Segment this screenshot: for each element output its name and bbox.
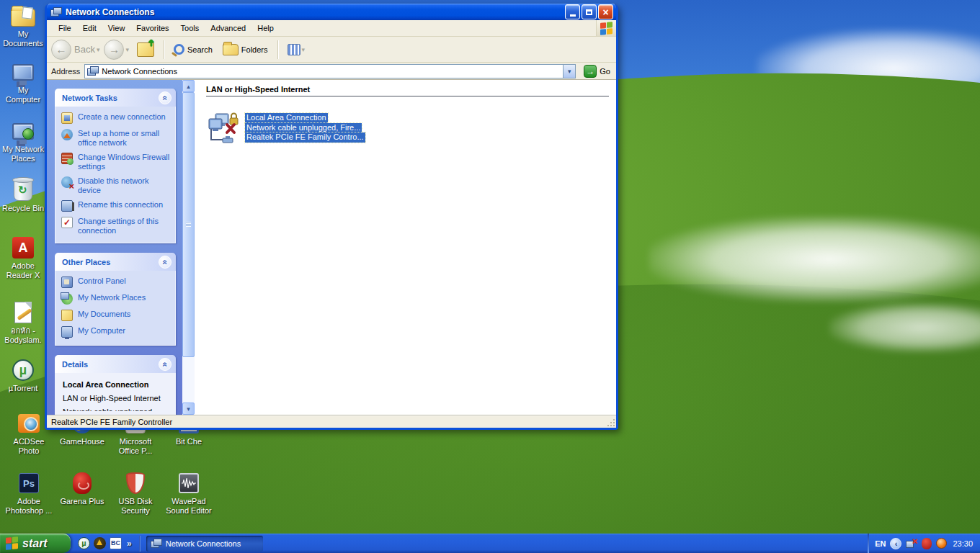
menu-advanced[interactable]: Advanced	[205, 22, 251, 35]
menu-favorites[interactable]: Favorites	[130, 22, 174, 35]
desktop-icon-recycle-bin[interactable]: Recycle Bin	[0, 179, 46, 213]
details-header[interactable]: Details «	[55, 355, 176, 373]
home-network-icon	[61, 129, 73, 140]
forward-button[interactable]: →	[104, 40, 124, 60]
menu-view[interactable]: View	[102, 22, 131, 35]
scrollbar-thumb[interactable]	[182, 92, 195, 357]
desktop-icon-wavepad[interactable]: WavePad Sound Editor	[163, 472, 215, 516]
address-dropdown-button[interactable]: ▾	[563, 65, 575, 78]
task-create-new-connection[interactable]: Create a new connection	[61, 112, 172, 124]
views-button[interactable]: ▾	[284, 42, 311, 57]
rename-icon	[61, 200, 73, 212]
forward-dropdown-icon[interactable]: ▾	[125, 46, 129, 53]
toolbar: ← Back ▾ → ▾ Search Folders ▾	[47, 37, 616, 63]
menu-file[interactable]: File	[53, 22, 77, 35]
windows-flag-icon	[600, 22, 612, 35]
address-network-icon	[87, 66, 99, 76]
desktop-icon-my-computer[interactable]: My Computer	[0, 60, 46, 104]
tray-garena-icon[interactable]	[922, 538, 932, 549]
collapse-chevron-icon[interactable]: «	[159, 256, 172, 269]
tray-collapse-chevron[interactable]: ‹	[890, 538, 901, 549]
maximize-button[interactable]	[582, 4, 597, 19]
desktop-icon-usb-disk-security[interactable]: USB Disk Security	[110, 472, 161, 516]
utorrent-icon: µ	[12, 359, 34, 381]
back-dropdown-icon[interactable]: ▾	[97, 46, 100, 53]
go-button[interactable]: → Go	[580, 65, 614, 78]
minimize-button[interactable]	[565, 4, 580, 19]
views-dropdown-icon: ▾	[302, 46, 306, 53]
details-connection-status: Network cable unplugged	[63, 408, 171, 411]
resize-grip[interactable]	[606, 418, 615, 427]
connection-device: Realtek PCIe FE Family Contro...	[245, 132, 365, 143]
collapse-chevron-icon[interactable]: «	[159, 358, 172, 371]
up-button[interactable]	[133, 41, 158, 58]
place-control-panel[interactable]: Control Panel	[61, 276, 172, 288]
new-connection-icon	[61, 112, 73, 124]
task-pane-sidebar: Network Tasks « Create a new connection …	[47, 80, 182, 415]
search-button[interactable]: Search	[170, 42, 216, 56]
my-computer-icon	[61, 326, 73, 338]
address-combobox[interactable]: Network Connections ▾	[84, 64, 576, 78]
views-icon	[288, 44, 300, 55]
network-tasks-header[interactable]: Network Tasks «	[55, 89, 176, 107]
place-my-network-places[interactable]: My Network Places	[61, 293, 172, 305]
desktop-icon-utorrent[interactable]: µ µTorrent	[0, 359, 46, 393]
place-my-computer[interactable]: My Computer	[61, 326, 172, 338]
titlebar[interactable]: Network Connections ×	[47, 4, 616, 20]
tray-network-disconnected-icon[interactable]	[906, 539, 917, 548]
lan-connection-icon	[206, 111, 241, 144]
tray-orange-app-icon[interactable]	[936, 538, 947, 549]
recycle-bin-icon	[14, 179, 32, 201]
panel-title: Network Tasks	[62, 94, 159, 102]
quicklaunch-utorrent-icon[interactable]: µ	[78, 537, 90, 549]
other-places-panel: Other Places « Control Panel My Network …	[55, 253, 176, 346]
address-label: Address	[51, 67, 80, 76]
scroll-up-button[interactable]: ▴	[182, 80, 195, 92]
status-text: Realtek PCIe FE Family Controller	[51, 418, 172, 426]
scroll-down-button[interactable]: ▾	[182, 403, 195, 415]
desktop-icon-label: Adobe Photoshop ...	[3, 497, 55, 516]
vertical-scrollbar[interactable]: ▴ ▾	[182, 80, 195, 415]
desktop-icon-label: Adobe Reader X	[0, 261, 46, 280]
language-indicator[interactable]: EN	[875, 539, 886, 548]
settings-page-icon	[61, 217, 73, 228]
taskbar-divider	[139, 536, 141, 552]
cloud	[829, 302, 980, 353]
task-setup-home-network[interactable]: Set up a home or small office network	[61, 129, 172, 148]
menu-tools[interactable]: Tools	[175, 22, 205, 35]
close-button[interactable]: ×	[598, 4, 613, 19]
quicklaunch-garena-icon[interactable]	[94, 537, 106, 549]
taskbar-item-network-connections[interactable]: Network Connections	[146, 536, 263, 552]
details-connection-name: Local Area Connection	[63, 380, 171, 389]
task-change-connection-settings[interactable]: Change settings of this connection	[61, 217, 172, 235]
my-network-places-icon	[12, 123, 34, 140]
menu-help[interactable]: Help	[251, 22, 280, 35]
back-button[interactable]: ←	[51, 40, 71, 60]
desktop-icon-bodyslam-file[interactable]: อกหัก - Bodyslam.	[0, 301, 46, 345]
quicklaunch-more-chevron[interactable]: »	[127, 539, 132, 549]
quicklaunch-bitche-icon[interactable]: BC	[110, 537, 122, 549]
task-disable-network-device[interactable]: Disable this network device	[61, 176, 172, 195]
toolbar-separator	[277, 40, 278, 59]
folders-button[interactable]: Folders	[219, 42, 272, 57]
start-button[interactable]: start	[0, 534, 71, 553]
desktop-icon-my-network-places[interactable]: My Network Places	[0, 120, 46, 163]
desktop-icon-photoshop[interactable]: Ps Adobe Photoshop ...	[3, 472, 55, 516]
desktop-icon-garena-plus[interactable]: Garena Plus	[56, 472, 108, 506]
task-change-firewall-settings[interactable]: Change Windows Firewall settings	[61, 153, 172, 171]
desktop-icon-my-documents[interactable]: My Documents	[0, 4, 46, 48]
desktop-icon-adobe-reader[interactable]: A Adobe Reader X	[0, 236, 46, 280]
folders-label: Folders	[241, 45, 268, 54]
collapse-chevron-icon[interactable]: «	[159, 91, 172, 104]
task-rename-connection[interactable]: Rename this connection	[61, 200, 172, 212]
quick-launch: µ BC »	[71, 537, 136, 549]
maximize-icon	[586, 9, 592, 15]
desktop-icon-label: Bit Che	[163, 437, 215, 446]
other-places-header[interactable]: Other Places «	[55, 253, 176, 271]
local-area-connection-item[interactable]: Local Area Connection Network cable unpl…	[206, 111, 612, 144]
scrollbar-track[interactable]	[182, 357, 195, 403]
place-my-documents[interactable]: My Documents	[61, 310, 172, 321]
start-label: start	[22, 537, 48, 550]
menu-edit[interactable]: Edit	[77, 22, 102, 35]
address-value: Network Connections	[102, 67, 560, 76]
